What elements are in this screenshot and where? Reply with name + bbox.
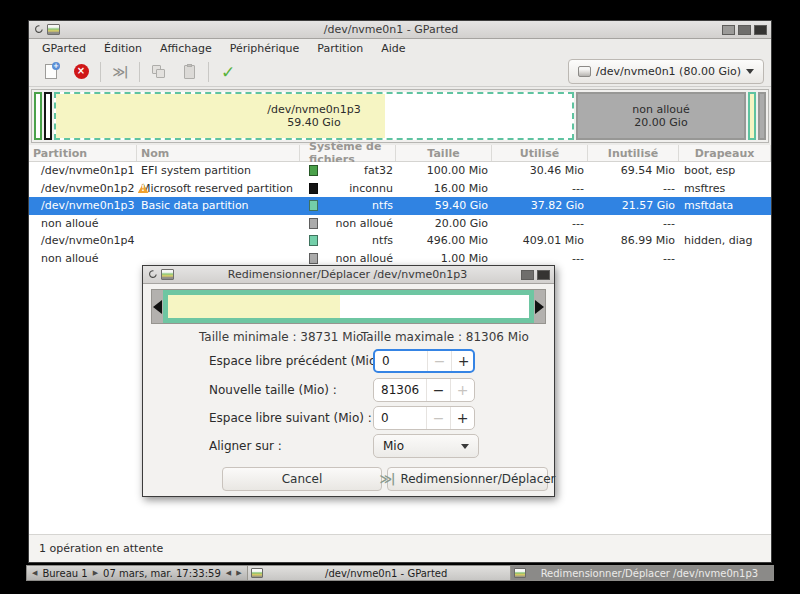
table-row-p1[interactable]: /dev/nvme0n1p1 EFI system partition fat3… (29, 162, 771, 180)
statusbar: 1 opération en attente (29, 534, 771, 562)
workspace-prev-icon[interactable]: ◀ (32, 569, 37, 577)
free-space-before-spinbox: − + (373, 349, 475, 373)
dialog-titlebar[interactable]: Redimensionner/Déplacer /dev/nvme0n1p3 (143, 266, 554, 284)
disk-segment-unallocated[interactable]: non alloué 20.00 Gio (576, 92, 746, 140)
paste-button[interactable] (174, 59, 204, 85)
disk-segment-p4[interactable] (748, 92, 756, 140)
decrement-button[interactable]: − (427, 351, 451, 371)
cell-unused: --- (588, 250, 679, 268)
menu-gparted[interactable]: GParted (33, 41, 95, 56)
selected-partition-size: 59.40 Gio (287, 116, 340, 129)
decrement-button[interactable]: − (426, 407, 450, 429)
wm-menu-icon[interactable] (147, 269, 158, 280)
table-row-unallocated-1[interactable]: non alloué non alloué 20.00 Gio --- --- (29, 215, 771, 233)
clock-next-icon[interactable]: ▶ (236, 569, 241, 577)
resize-handle-right[interactable] (534, 290, 545, 323)
align-to-dropdown[interactable]: Mio (373, 434, 479, 458)
resize-move-button[interactable]: ≫| (105, 59, 135, 85)
toolbar-separator (100, 62, 101, 82)
disk-segment-p1[interactable] (34, 92, 42, 140)
resize-handle-left[interactable] (152, 290, 163, 323)
column-header-inutilise: Inutilisé (588, 145, 679, 161)
delete-partition-button[interactable]: × (66, 59, 96, 85)
cell-used: 37.82 Gio (492, 197, 588, 215)
taskbar: ◀ Bureau 1 ▶ 07 mars, mar. 17:33:59 ◀ ▶ … (26, 565, 774, 581)
cell-flags: boot, esp (679, 162, 771, 180)
cell-partition: non alloué (29, 250, 137, 268)
resize-move-confirm-button[interactable]: ≫| Redimensionner/Déplacer (387, 467, 548, 491)
cell-name: Microsoft reserved partition (137, 180, 300, 198)
cell-unused: 69.54 Mio (588, 162, 679, 180)
drive-icon (578, 66, 591, 77)
menu-edition[interactable]: Édition (95, 41, 151, 56)
cancel-button-label: Cancel (282, 472, 323, 486)
task-label: Redimensionner/Déplacer /dev/nvme0n1p3 (526, 568, 773, 579)
dialog-maximize-button[interactable] (521, 270, 534, 280)
resize-slider (151, 289, 546, 324)
minimize-button[interactable] (722, 25, 735, 35)
wm-menu-icon[interactable] (33, 24, 44, 35)
cell-name: EFI system partition (137, 162, 300, 180)
apply-check-icon: ✓ (221, 62, 235, 82)
menu-peripherique[interactable]: Périphérique (221, 41, 309, 56)
cell-flags (679, 250, 771, 268)
window-titlebar[interactable]: /dev/nvme0n1 - GParted (29, 21, 771, 39)
cancel-button[interactable]: Cancel (222, 467, 382, 491)
new-partition-icon: + (45, 64, 57, 79)
disk-segment-p3-selected[interactable]: /dev/nvme0n1p3 59.40 Gio (54, 92, 574, 140)
taskbar-pager: ◀ Bureau 1 ▶ 07 mars, mar. 17:33:59 ◀ ▶ (27, 566, 247, 580)
partition-path: /dev/nvme0n1p2 (41, 182, 135, 195)
new-partition-button[interactable]: + (36, 59, 66, 85)
free-space-before-label: Espace libre précédent (Mio) : (209, 349, 389, 373)
cell-partition: /dev/nvme0n1p3 (29, 197, 137, 215)
column-header-taille: Taille (396, 145, 492, 161)
table-row-p2[interactable]: /dev/nvme0n1p2 ! Microsoft reserved part… (29, 180, 771, 198)
close-button[interactable] (754, 25, 767, 35)
taskbar-item-resize-dialog[interactable]: Redimensionner/Déplacer /dev/nvme0n1p3 (510, 566, 773, 580)
workspace-next-icon[interactable]: ▶ (93, 569, 98, 577)
cell-name (137, 215, 300, 233)
cell-filesystem: fat32 (300, 162, 396, 180)
resize-move-dialog: Redimensionner/Déplacer /dev/nvme0n1p3 T… (142, 265, 555, 497)
gparted-app-icon (161, 269, 174, 280)
clock-prev-icon[interactable]: ◀ (226, 569, 231, 577)
cell-used: 409.01 Mio (492, 232, 588, 250)
menu-affichage[interactable]: Affichage (151, 41, 221, 56)
dialog-close-button[interactable] (537, 270, 550, 280)
disk-segment-unallocated-small[interactable] (758, 92, 766, 140)
decrement-button[interactable]: − (426, 379, 450, 401)
dialog-task-icon (514, 568, 526, 578)
free-space-after-input[interactable] (374, 407, 426, 429)
fs-color-swatch (309, 253, 318, 264)
disk-segment-p2[interactable] (44, 92, 52, 140)
selected-partition-name: /dev/nvme0n1p3 (267, 103, 361, 116)
apply-operations-button[interactable]: ✓ (213, 59, 243, 85)
resize-partition-box[interactable] (163, 290, 534, 323)
free-space-after-label: Espace libre suivant (Mio) : (209, 406, 372, 430)
increment-button[interactable]: + (450, 379, 474, 401)
cell-partition: /dev/nvme0n1p1 (29, 162, 137, 180)
cell-used: --- (492, 215, 588, 233)
free-space-before-input[interactable] (375, 351, 427, 371)
fs-label: fat32 (364, 164, 393, 177)
fs-color-swatch (309, 218, 318, 229)
column-header-utilise: Utilisé (492, 145, 588, 161)
resize-move-icon: ≫| (113, 65, 128, 79)
copy-button[interactable] (144, 59, 174, 85)
menu-partition[interactable]: Partition (308, 41, 372, 56)
table-row-p4[interactable]: /dev/nvme0n1p4 ntfs 496.00 Mio 409.01 Mi… (29, 232, 771, 250)
new-size-input[interactable] (374, 379, 426, 401)
increment-button[interactable]: + (450, 407, 474, 429)
chevron-down-icon (461, 444, 469, 449)
device-selector[interactable]: /dev/nvme0n1 (80.00 Gio) (568, 59, 764, 84)
task-label: /dev/nvme0n1 - GParted (263, 568, 510, 579)
column-header-filesystem: Système de fichiers (300, 145, 396, 161)
increment-button[interactable]: + (451, 351, 475, 371)
cell-unused: 86.99 Mio (588, 232, 679, 250)
maximize-button[interactable] (738, 25, 751, 35)
table-row-p3-selected[interactable]: /dev/nvme0n1p3 Basic data partition ntfs… (29, 197, 771, 215)
column-header-partition: Partition (29, 145, 137, 161)
menu-aide[interactable]: Aide (372, 41, 414, 56)
taskbar-item-gparted[interactable]: /dev/nvme0n1 - GParted (247, 566, 510, 580)
fs-label: non alloué (336, 217, 394, 230)
